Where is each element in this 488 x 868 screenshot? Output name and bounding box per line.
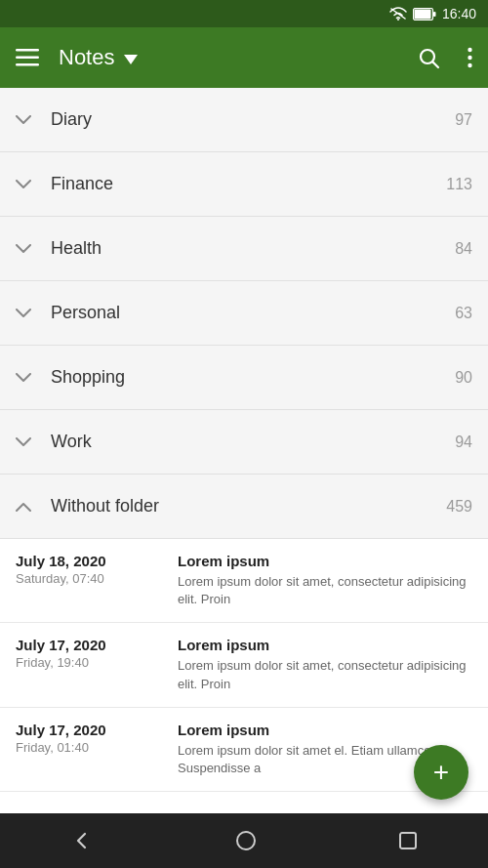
category-item-shopping[interactable]: Shopping 90 <box>0 346 488 410</box>
category-item-health[interactable]: Health 84 <box>0 217 488 281</box>
app-bar: Notes <box>0 27 488 88</box>
chevron-down-icon-finance <box>16 180 31 189</box>
note-title-2: Lorem ipsum <box>178 722 472 738</box>
note-content-0: Lorem ipsum Lorem ipsum dolor sit amet, … <box>178 553 472 608</box>
note-date-section-2: July 17, 2020 Friday, 01:40 <box>16 722 162 777</box>
home-icon <box>235 830 257 851</box>
note-date-section-1: July 17, 2020 Friday, 19:40 <box>16 637 162 692</box>
recents-button[interactable] <box>398 831 418 850</box>
without-folder-count: 459 <box>446 498 472 516</box>
chevron-down-icon-shopping <box>16 373 31 383</box>
note-date-1: July 17, 2020 <box>16 637 162 653</box>
bottom-navigation <box>0 813 488 868</box>
app-title-container: Notes <box>59 45 397 70</box>
note-item-1[interactable]: July 17, 2020 Friday, 19:40 Lorem ipsum … <box>0 623 488 707</box>
note-time-1: Friday, 19:40 <box>16 655 162 670</box>
note-date-2: July 17, 2020 <box>16 722 162 738</box>
search-icon <box>417 46 440 69</box>
svg-rect-4 <box>16 49 39 52</box>
category-name-shopping: Shopping <box>51 367 455 388</box>
category-list: Diary 97 Finance 113 Health 84 Personal … <box>0 88 488 539</box>
note-time-2: Friday, 01:40 <box>16 740 162 755</box>
category-item-finance[interactable]: Finance 113 <box>0 152 488 217</box>
chevron-down-icon-diary <box>16 115 31 125</box>
svg-rect-5 <box>16 57 39 60</box>
title-caret-icon <box>124 55 138 64</box>
app-title: Notes <box>59 45 114 70</box>
category-count-shopping: 90 <box>455 369 472 387</box>
status-icons: 16:40 <box>389 6 476 21</box>
wifi-off-icon <box>389 7 407 21</box>
svg-point-11 <box>468 63 471 67</box>
more-options-button[interactable] <box>464 43 476 72</box>
category-name-diary: Diary <box>51 109 455 130</box>
category-count-personal: 63 <box>455 305 472 322</box>
category-item-personal[interactable]: Personal 63 <box>0 281 488 346</box>
svg-point-10 <box>468 56 471 60</box>
chevron-up-icon-without-folder <box>16 502 31 512</box>
without-folder-header[interactable]: Without folder 459 <box>0 475 488 539</box>
category-item-work[interactable]: Work 94 <box>0 410 488 475</box>
chevron-down-icon-work <box>16 437 31 447</box>
category-count-diary: 97 <box>455 111 472 129</box>
app-bar-actions <box>413 42 476 73</box>
category-name-finance: Finance <box>51 174 446 194</box>
note-content-1: Lorem ipsum Lorem ipsum dolor sit amet, … <box>178 637 472 692</box>
recents-icon <box>398 831 418 850</box>
battery-icon <box>413 8 436 21</box>
svg-line-8 <box>433 62 439 68</box>
back-icon <box>70 829 94 852</box>
note-item-0[interactable]: July 18, 2020 Saturday, 07:40 Lorem ipsu… <box>0 539 488 623</box>
note-time-0: Saturday, 07:40 <box>16 571 162 586</box>
svg-point-9 <box>468 48 471 52</box>
svg-rect-6 <box>16 63 39 66</box>
search-button[interactable] <box>413 42 444 73</box>
category-count-work: 94 <box>455 434 472 451</box>
note-preview-0: Lorem ipsum dolor sit amet, consectetur … <box>178 573 472 608</box>
menu-icon <box>16 49 39 66</box>
svg-rect-2 <box>414 9 430 19</box>
category-name-personal: Personal <box>51 303 455 323</box>
category-name-health: Health <box>51 238 455 259</box>
home-button[interactable] <box>235 830 257 851</box>
svg-rect-3 <box>433 12 436 17</box>
chevron-down-icon-personal <box>16 309 31 318</box>
svg-point-12 <box>237 832 255 849</box>
svg-point-0 <box>397 19 399 21</box>
category-item-diary[interactable]: Diary 97 <box>0 88 488 152</box>
svg-rect-13 <box>400 833 416 848</box>
menu-button[interactable] <box>12 45 43 70</box>
category-name-work: Work <box>51 432 455 452</box>
chevron-down-icon-health <box>16 244 31 254</box>
more-vertical-icon <box>468 47 472 68</box>
note-date-0: July 18, 2020 <box>16 553 162 569</box>
note-date-section-0: July 18, 2020 Saturday, 07:40 <box>16 553 162 608</box>
category-count-health: 84 <box>455 240 472 258</box>
without-folder-label: Without folder <box>51 496 446 517</box>
note-title-0: Lorem ipsum <box>178 553 472 569</box>
status-time: 16:40 <box>442 6 476 21</box>
add-note-fab[interactable]: + <box>414 745 468 800</box>
back-button[interactable] <box>70 829 94 852</box>
category-count-finance: 113 <box>446 176 472 193</box>
status-bar: 16:40 <box>0 0 488 27</box>
note-preview-1: Lorem ipsum dolor sit amet, consectetur … <box>178 657 472 692</box>
note-title-1: Lorem ipsum <box>178 637 472 653</box>
